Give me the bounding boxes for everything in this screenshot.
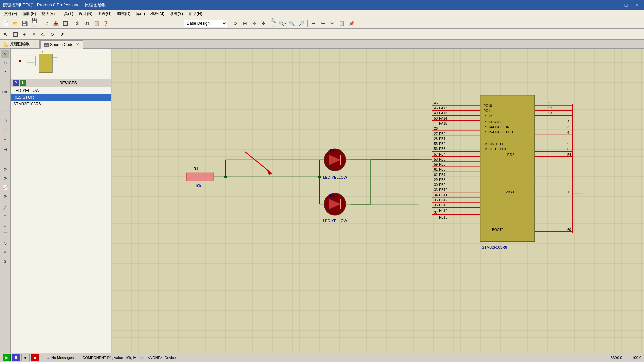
svg-text:PB2: PB2 <box>439 142 446 146</box>
sym-tool[interactable]: S <box>1 257 9 266</box>
gen-tool[interactable]: ⊛ <box>1 192 9 201</box>
svg-text:PB0: PB0 <box>439 132 446 136</box>
bus-tool[interactable]: ≡ <box>1 134 9 143</box>
save-button[interactable]: 💾 <box>20 19 29 28</box>
junction-tool[interactable]: ⊕ <box>1 116 9 125</box>
tab-source-code[interactable]: 01 Source Code ✕ <box>40 40 83 49</box>
svg-text:PA13: PA13 <box>439 111 447 115</box>
zoom-fit-btn[interactable]: 🔍 <box>287 19 296 28</box>
svg-text:2: 2 <box>567 120 569 124</box>
menu-help[interactable]: 帮助(H) <box>186 10 205 17</box>
angle-display: 0° <box>61 32 64 37</box>
instrument-tool[interactable]: ⊘ <box>1 174 9 183</box>
bom-button[interactable]: $ <box>73 19 82 28</box>
tab-schematic[interactable]: 📐 原理图绘制 ✕ <box>0 40 40 48</box>
pointer-tool[interactable]: ↖ <box>1 50 9 58</box>
menu-file[interactable]: 文件(F) <box>1 10 20 17</box>
up-arrow-tool[interactable]: ↑ <box>1 97 9 105</box>
svg-text:PC10: PC10 <box>484 104 492 108</box>
stop-button[interactable]: ■ <box>31 354 39 361</box>
tag-btn[interactable]: 🏷 <box>39 30 48 39</box>
help-button2[interactable]: ❓ <box>101 19 110 28</box>
svg-text:PC15-OSC32_OUT: PC15-OSC32_OUT <box>484 130 514 134</box>
schematic-canvas-area[interactable]: R1 10k D1 LED-YELLOW <box>111 49 644 353</box>
undo-btn[interactable]: ↩ <box>309 19 318 28</box>
junction-btn[interactable]: + <box>20 30 29 39</box>
svg-text:27: 27 <box>434 132 438 136</box>
pause-button[interactable]: ⏸ <box>12 354 20 361</box>
connect-tool[interactable]: ⊢ <box>1 154 9 163</box>
menu-library[interactable]: 库(L) <box>133 10 148 17</box>
paste-btn[interactable]: 📌 <box>347 19 356 28</box>
component-btn[interactable]: 🔲 <box>11 30 19 39</box>
zoom-in-btn[interactable]: 🔍+ <box>269 19 277 28</box>
device-l-btn[interactable]: L <box>20 80 26 86</box>
device-item-stm32[interactable]: STM32F103R6 <box>11 101 111 107</box>
netlist-button[interactable]: 🔲 <box>61 19 69 28</box>
tab-source-close[interactable]: ✕ <box>76 42 79 47</box>
redo-btn[interactable]: ↪ <box>319 19 327 28</box>
new-button[interactable]: 📄 <box>1 19 10 28</box>
rect-tool[interactable]: □ <box>1 212 9 221</box>
menu-tools[interactable]: 工具(T) <box>57 10 76 17</box>
select-btn[interactable]: ↖ <box>1 30 10 39</box>
svg-text:PB13: PB13 <box>439 203 447 207</box>
component-tool[interactable]: + <box>1 77 9 85</box>
probe-tool[interactable]: ⊙ <box>1 165 9 174</box>
line-tool[interactable]: ╱ <box>1 203 9 212</box>
status-sep2 <box>78 355 78 360</box>
rotate-cw-tool[interactable]: ↻ <box>1 59 9 67</box>
origin-btn[interactable]: ✛ <box>250 19 259 28</box>
menu-edit[interactable]: 编辑(E) <box>20 10 39 17</box>
zoom-area-btn[interactable]: 🔎 <box>297 19 306 28</box>
design-select[interactable]: Base Design <box>184 20 227 27</box>
schematic-canvas[interactable]: R1 10k D1 LED-YELLOW <box>111 49 644 353</box>
maximize-button[interactable]: □ <box>621 2 631 8</box>
minimize-button[interactable]: ─ <box>610 2 620 8</box>
print-button[interactable]: 🖨 <box>42 19 51 28</box>
wire-tool[interactable]: ⊣ <box>1 145 9 154</box>
rotate-ccw-tool[interactable]: ↺ <box>1 68 9 76</box>
text-tool[interactable]: A <box>1 248 9 257</box>
open-button[interactable]: 📂 <box>11 19 19 28</box>
menu-graph[interactable]: 图表(G) <box>95 10 114 17</box>
annotate-button[interactable]: 📋 <box>92 19 101 28</box>
device-p-btn[interactable]: P <box>13 80 19 86</box>
menu-template[interactable]: 模板(M) <box>148 10 167 17</box>
wave-tool[interactable]: ∿ <box>1 239 9 248</box>
tab-schematic-label: 原理图绘制 <box>10 41 30 47</box>
reload-btn[interactable]: ↺ <box>231 19 240 28</box>
menu-design[interactable]: 设计(N) <box>76 10 95 17</box>
circle-tool[interactable]: ○ <box>1 221 9 230</box>
save-all-button[interactable]: 💾+ <box>30 19 38 28</box>
menu-debug[interactable]: 调试(D) <box>114 10 133 17</box>
pan-btn[interactable]: ✤ <box>259 19 268 28</box>
svg-text:D1: D1 <box>330 149 334 153</box>
svg-text:PA12: PA12 <box>439 106 447 110</box>
device-item-resistor[interactable]: RESISTOR <box>11 94 111 101</box>
tab-schematic-close[interactable]: ✕ <box>33 42 36 46</box>
separator4 <box>115 20 115 27</box>
power-tool[interactable]: ⚡ <box>1 125 9 134</box>
zoom-out-btn[interactable]: 🔍- <box>278 19 287 28</box>
device-item-led-yellow[interactable]: LED-YELLOW <box>11 87 111 94</box>
grid-btn[interactable]: ⊞ <box>240 19 249 28</box>
rotate-btn[interactable]: ⟳ <box>48 30 57 39</box>
label-tool[interactable]: LBL <box>1 87 9 96</box>
close-button[interactable]: ✕ <box>632 2 641 8</box>
menu-system[interactable]: 系统(Y) <box>167 10 186 17</box>
step-forward-button[interactable]: ⏭ <box>21 354 30 361</box>
code-button[interactable]: 01 <box>83 19 91 28</box>
menu-view[interactable]: 视图(V) <box>39 10 57 17</box>
graph-tool[interactable]: 📈 <box>1 183 9 192</box>
cut-btn[interactable]: ✂ <box>328 19 337 28</box>
export-button[interactable]: 📤 <box>51 19 60 28</box>
delete-btn[interactable]: ✕ <box>30 30 38 39</box>
down-arrow-tool[interactable]: ↓ <box>1 106 9 114</box>
copy-btn[interactable]: 📋 <box>337 19 346 28</box>
arc-tool[interactable]: ⌒ <box>1 230 9 239</box>
svg-text:58: 58 <box>434 158 438 161</box>
svg-text:33: 33 <box>434 188 438 192</box>
play-button[interactable]: ▶ <box>3 354 11 361</box>
svg-marker-23 <box>267 169 272 175</box>
